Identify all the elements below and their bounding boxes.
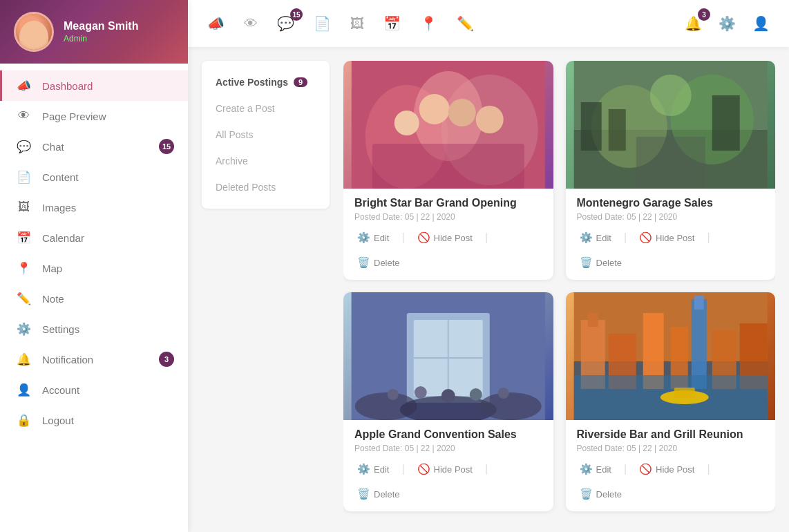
svg-rect-14	[608, 109, 625, 151]
post-card-2: Montenegro Garage Sales Posted Date: 05 …	[566, 61, 776, 280]
post-card-4-actions: ⚙️ Edit | 🚫 Hide Post | 🗑️ Delete	[577, 462, 765, 502]
post-card-1-image	[343, 61, 553, 189]
delete-label-3: Delete	[374, 489, 400, 500]
edit-icon-4: ⚙️	[580, 463, 593, 475]
delete-icon-2: 🗑️	[580, 256, 593, 269]
note-icon: ✏️	[16, 291, 31, 306]
topbar-settings-icon[interactable]: ⚙️	[716, 12, 739, 35]
post-card-2-edit-btn[interactable]: ⚙️ Edit	[577, 230, 614, 245]
topbar-account-icon[interactable]: 👤	[750, 12, 772, 35]
post-card-3-hide-btn[interactable]: 🚫 Hide Post	[415, 462, 475, 477]
sidebar-item-logout[interactable]: 🔒 Logout	[0, 405, 188, 435]
svg-rect-17	[636, 137, 705, 189]
post-card-2-actions: ⚙️ Edit | 🚫 Hide Post | 🗑️ Delete	[577, 230, 765, 270]
delete-icon-3: 🗑️	[357, 488, 370, 500]
active-postings-badge: 9	[294, 77, 307, 87]
sidebar-label-chat: Chat	[42, 141, 64, 153]
post-card-4-title: Riverside Bar and Grill Reunion	[577, 428, 765, 441]
panel-label-all-posts: All Posts	[216, 129, 253, 140]
user-role: Admin	[64, 34, 138, 44]
notification-badge: 3	[159, 352, 174, 367]
user-info: Meagan Smith Admin	[64, 20, 138, 44]
delete-label: Delete	[374, 258, 400, 268]
topbar-chat-icon[interactable]: 💬 15	[274, 12, 297, 35]
post-card-3-title: Apple Grand Convention Sales	[354, 428, 542, 441]
panel-label-active-postings: Active Postings	[216, 77, 288, 88]
post-card-2-body: Montenegro Garage Sales Posted Date: 05 …	[566, 189, 776, 280]
svg-rect-15	[712, 95, 739, 151]
logout-icon: 🔒	[16, 412, 31, 428]
svg-point-30	[470, 388, 482, 401]
sidebar-item-chat[interactable]: 💬 Chat 15	[0, 131, 188, 162]
account-icon: 👤	[16, 382, 31, 397]
map-icon: 📍	[16, 260, 31, 276]
panel-item-active-postings[interactable]: Active Postings 9	[202, 69, 330, 95]
topbar-note-icon[interactable]: ✏️	[454, 12, 477, 35]
sidebar-item-map[interactable]: 📍 Map	[0, 253, 188, 283]
post-card-3-image	[343, 292, 553, 420]
sidebar-item-dashboard[interactable]: 📣 Dashboard	[0, 70, 188, 101]
post-card-1-edit-btn[interactable]: ⚙️ Edit	[354, 230, 392, 245]
main-area: 📣 👁 💬 15 📄 🖼 📅 📍 ✏️ 🔔 3 ⚙️ 👤 Active Post…	[188, 0, 789, 532]
post-card-4-delete-btn[interactable]: 🗑️ Delete	[577, 486, 625, 502]
sidebar-item-account[interactable]: 👤 Account	[0, 374, 188, 405]
post-card-3-delete-btn[interactable]: 🗑️ Delete	[354, 486, 403, 502]
delete-icon: 🗑️	[357, 256, 370, 269]
svg-point-31	[498, 388, 509, 399]
svg-rect-40	[694, 296, 703, 310]
panel-label-deleted-posts: Deleted Posts	[216, 182, 276, 193]
svg-point-27	[388, 389, 399, 400]
calendar-icon: 📅	[16, 230, 31, 245]
avatar-image	[16, 14, 52, 50]
post-card-3-date: Posted Date: 05 | 22 | 2020	[354, 444, 542, 453]
page-preview-icon: 👁	[16, 108, 31, 124]
sidebar-item-settings[interactable]: ⚙️ Settings	[0, 314, 188, 344]
post-card-4-edit-btn[interactable]: ⚙️ Edit	[577, 462, 614, 477]
panel-item-archive[interactable]: Archive	[202, 148, 330, 174]
panel-item-all-posts[interactable]: All Posts	[202, 122, 330, 148]
hide-icon-4: 🚫	[639, 463, 652, 475]
edit-icon-2: ⚙️	[580, 231, 593, 244]
post-card-1-actions: ⚙️ Edit | 🚫 Hide Post | 🗑️ Delete	[354, 230, 542, 270]
sidebar-header: Meagan Smith Admin	[0, 0, 188, 64]
hide-label-3: Hide Post	[434, 464, 473, 475]
topbar-eye-icon[interactable]: 👁	[241, 13, 260, 35]
post-card-3-edit-btn[interactable]: ⚙️ Edit	[354, 462, 392, 477]
svg-point-28	[415, 386, 427, 399]
edit-label-2: Edit	[596, 233, 611, 243]
hide-icon-2: 🚫	[639, 231, 652, 244]
hide-label-4: Hide Post	[656, 464, 694, 475]
post-card-2-hide-btn[interactable]: 🚫 Hide Post	[636, 230, 697, 245]
topbar-images-icon[interactable]: 🖼	[348, 13, 367, 35]
topbar-calendar-icon[interactable]: 📅	[381, 12, 403, 35]
edit-label-3: Edit	[374, 464, 389, 475]
post-card-2-delete-btn[interactable]: 🗑️ Delete	[577, 255, 625, 270]
sidebar: Meagan Smith Admin 📣 Dashboard 👁 Page Pr…	[0, 0, 188, 532]
sidebar-item-calendar[interactable]: 📅 Calendar	[0, 222, 188, 253]
topbar-announcement-icon[interactable]: 📣	[205, 12, 227, 35]
hide-label-2: Hide Post	[656, 233, 694, 243]
sidebar-item-page-preview[interactable]: 👁 Page Preview	[0, 101, 188, 131]
hide-icon-3: 🚫	[417, 463, 430, 475]
topbar-notification-badge: 3	[698, 8, 710, 21]
sidebar-item-note[interactable]: ✏️ Note	[0, 283, 188, 314]
edit-icon-3: ⚙️	[357, 463, 370, 475]
sidebar-item-content[interactable]: 📄 Content	[0, 162, 188, 192]
topbar-content-icon[interactable]: 📄	[311, 12, 334, 35]
sidebar-item-images[interactable]: 🖼 Images	[0, 192, 188, 222]
content-area: Active Postings 9 Create a Post All Post…	[188, 47, 789, 532]
post-card-1-hide-btn[interactable]: 🚫 Hide Post	[415, 230, 475, 245]
topbar-map-icon[interactable]: 📍	[417, 12, 440, 35]
notification-icon: 🔔	[16, 352, 31, 367]
sidebar-label-map: Map	[42, 263, 62, 274]
post-card-4-hide-btn[interactable]: 🚫 Hide Post	[636, 462, 697, 477]
panel-item-deleted-posts[interactable]: Deleted Posts	[202, 174, 330, 200]
topbar-notification-icon[interactable]: 🔔 3	[682, 12, 705, 35]
sidebar-item-notification[interactable]: 🔔 Notification 3	[0, 344, 188, 374]
post-card-1-delete-btn[interactable]: 🗑️ Delete	[354, 255, 403, 270]
sidebar-label-notification: Notification	[42, 354, 93, 365]
post-card-3-body: Apple Grand Convention Sales Posted Date…	[343, 420, 553, 511]
post-card-1: Bright Star Bar Grand Opening Posted Dat…	[343, 61, 553, 280]
panel-item-create-post[interactable]: Create a Post	[202, 95, 330, 122]
post-card-2-image	[566, 61, 776, 189]
